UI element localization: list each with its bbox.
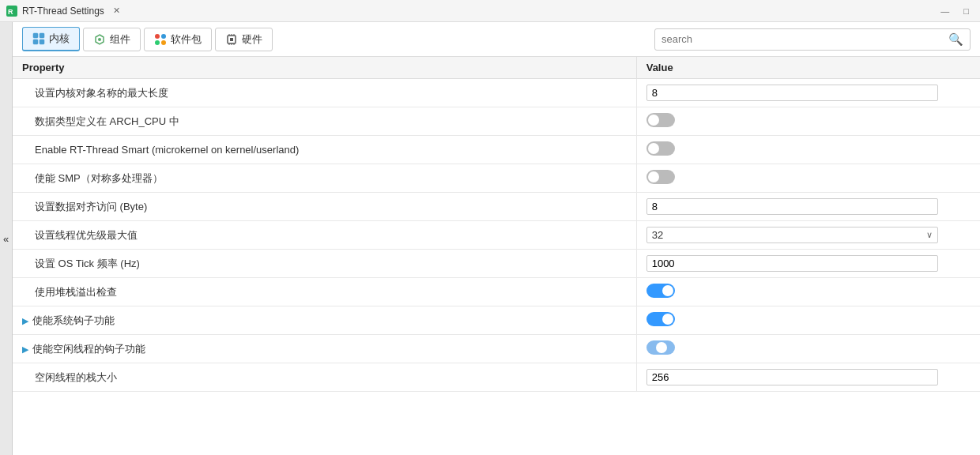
toggle-knob: [662, 314, 673, 325]
table-row: ▶使能系统钩子功能: [13, 306, 980, 335]
table-row: 设置线程优先级最大值32∨: [13, 221, 980, 250]
property-label: 设置线程优先级最大值: [35, 229, 138, 241]
expand-arrow-icon[interactable]: ▶: [22, 344, 28, 354]
main-container: « 内核: [0, 22, 980, 455]
tab-kernel-label: 内核: [49, 32, 70, 46]
property-cell: 设置内核对象名称的最大长度: [13, 79, 636, 107]
svg-point-9: [155, 40, 160, 45]
expand-arrow-icon[interactable]: ▶: [22, 316, 28, 325]
maximize-button[interactable]: □: [959, 5, 974, 17]
toggle-knob: [648, 115, 659, 126]
content-area: 内核 组件: [13, 22, 980, 455]
title-bar: R RT-Thread Settings ✕ — □: [0, 0, 980, 22]
property-cell: ▶使能系统钩子功能: [13, 306, 636, 335]
svg-rect-3: [40, 33, 44, 38]
value-cell: [636, 335, 980, 363]
property-label: Enable RT-Thread Smart (microkernel on k…: [35, 144, 299, 156]
tab-group: 内核 组件: [22, 27, 273, 51]
svg-text:R: R: [8, 8, 13, 16]
dropdown-value: 32: [652, 229, 663, 241]
property-label: 设置内核对象名称的最大长度: [35, 87, 168, 99]
minimize-button[interactable]: —: [936, 5, 954, 17]
toolbar: 内核 组件: [13, 22, 980, 57]
tab-components-label: 组件: [110, 32, 130, 47]
value-cell: [636, 107, 980, 136]
toggle-knob: [662, 285, 673, 296]
table-row: 空闲线程的栈大小: [13, 363, 980, 392]
kernel-icon: [32, 32, 45, 45]
collapse-icon: «: [3, 233, 9, 245]
dropdown-cell[interactable]: 32∨: [646, 227, 938, 243]
property-cell: 设置线程优先级最大值: [13, 221, 636, 250]
toggle-knob: [656, 342, 667, 353]
toggle-switch[interactable]: [646, 141, 675, 156]
property-cell: 使能 SMP（对称多处理器）: [13, 164, 636, 193]
toggle-switch[interactable]: [646, 170, 675, 184]
svg-rect-5: [40, 39, 44, 44]
property-label: 空闲线程的栈大小: [35, 371, 117, 383]
value-cell: [636, 278, 980, 306]
chevron-down-icon: ∨: [926, 230, 933, 240]
table-row: 数据类型定义在 ARCH_CPU 中: [13, 107, 980, 136]
value-cell: [636, 136, 980, 164]
toggle-switch[interactable]: [646, 113, 675, 127]
value-cell: [636, 363, 980, 392]
svg-rect-4: [33, 39, 38, 44]
search-input[interactable]: [662, 33, 948, 45]
collapse-panel-button[interactable]: «: [0, 22, 13, 455]
value-cell: 32∨: [636, 221, 980, 250]
property-cell: Enable RT-Thread Smart (microkernel on k…: [13, 136, 636, 164]
tab-hardware-label: 硬件: [242, 32, 262, 47]
table-row: 设置数据对齐访问 (Byte): [13, 193, 980, 221]
tab-software[interactable]: 软件包: [144, 28, 212, 51]
tab-close-icon[interactable]: ✕: [109, 4, 124, 17]
table-row: 使能 SMP（对称多处理器）: [13, 164, 980, 193]
text-input-field[interactable]: [646, 369, 938, 385]
app-icon: R: [6, 6, 17, 17]
property-cell: 设置 OS Tick 频率 (Hz): [13, 250, 636, 278]
toggle-switch[interactable]: [646, 340, 675, 355]
header-value: Value: [636, 57, 980, 79]
title-bar-left: R RT-Thread Settings ✕: [6, 4, 124, 17]
property-label: 使能系统钩子功能: [32, 314, 115, 326]
svg-rect-2: [33, 33, 38, 38]
value-cell: [636, 306, 980, 335]
settings-table-area: Property Value 设置内核对象名称的最大长度数据类型定义在 ARCH…: [13, 57, 980, 455]
svg-rect-12: [230, 38, 233, 41]
components-icon: [93, 33, 106, 46]
window-controls: — □: [936, 5, 974, 17]
value-cell: [636, 79, 980, 107]
property-label: 使用堆栈溢出检查: [35, 286, 117, 298]
property-cell: 数据类型定义在 ARCH_CPU 中: [13, 107, 636, 136]
search-bar: 🔍: [654, 28, 971, 51]
property-cell: 使用堆栈溢出检查: [13, 278, 636, 306]
software-icon: [154, 33, 167, 46]
text-input-field[interactable]: [646, 198, 938, 215]
toggle-knob: [648, 171, 659, 182]
settings-table: Property Value 设置内核对象名称的最大长度数据类型定义在 ARCH…: [13, 57, 980, 392]
value-cell: [636, 164, 980, 193]
tab-kernel[interactable]: 内核: [22, 27, 80, 51]
hardware-icon: [225, 33, 238, 46]
search-icon[interactable]: 🔍: [948, 32, 963, 47]
svg-point-10: [161, 40, 166, 45]
text-input-field[interactable]: [646, 255, 938, 272]
property-label: 使能 SMP（对称多处理器）: [35, 172, 163, 184]
window-title: RT-Thread Settings: [22, 6, 104, 17]
text-input-field[interactable]: [646, 85, 938, 101]
table-row: 使用堆栈溢出检查: [13, 278, 980, 306]
tab-software-label: 软件包: [171, 32, 202, 47]
table-row: Enable RT-Thread Smart (microkernel on k…: [13, 136, 980, 164]
tab-components[interactable]: 组件: [83, 28, 141, 51]
toggle-switch[interactable]: [646, 284, 675, 298]
property-label: 数据类型定义在 ARCH_CPU 中: [35, 115, 179, 127]
svg-point-7: [155, 34, 160, 39]
property-cell: ▶使能空闲线程的钩子功能: [13, 335, 636, 363]
table-row: ▶使能空闲线程的钩子功能: [13, 335, 980, 363]
table-row: 设置内核对象名称的最大长度: [13, 79, 980, 107]
toggle-switch[interactable]: [646, 312, 675, 326]
tab-hardware[interactable]: 硬件: [215, 28, 273, 51]
property-label: 设置 OS Tick 频率 (Hz): [35, 258, 140, 269]
toggle-knob: [648, 143, 659, 154]
header-property: Property: [13, 57, 636, 79]
